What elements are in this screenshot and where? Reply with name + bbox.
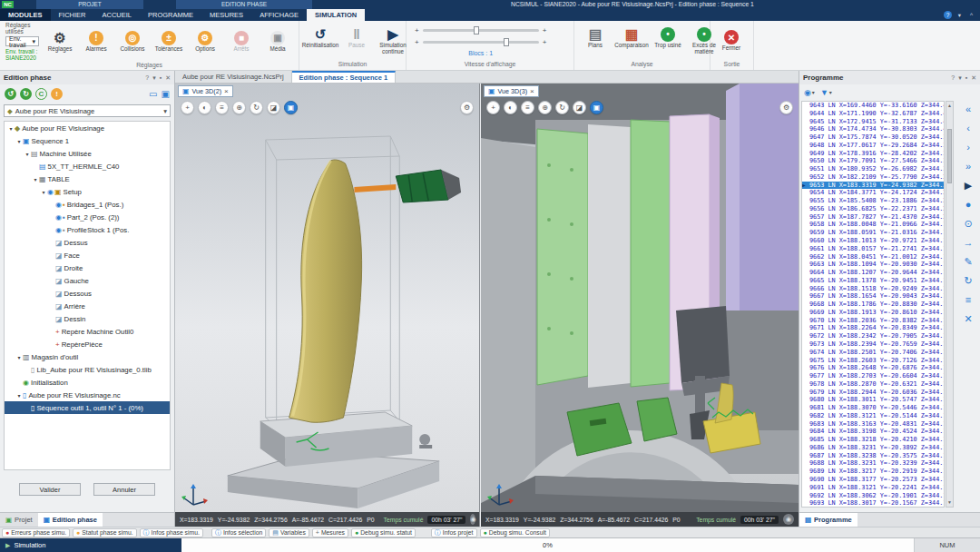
program-line[interactable]: 9643 LN X=169.4460 Y=-33.6160 Z=344.4836… xyxy=(802,102,944,110)
rotate-icon[interactable]: ↻ xyxy=(250,101,263,114)
visibility-eye-icon[interactable]: ◉ xyxy=(55,213,62,222)
tree-item[interactable]: +RepèrePièce xyxy=(5,338,170,350)
search-icon[interactable]: ⊙ xyxy=(964,219,972,229)
reglages-stops-button[interactable]: ■Arrêts xyxy=(223,31,260,53)
tree-item[interactable]: ▤5X_TT_HERMLE_C40 xyxy=(5,160,170,172)
program-line[interactable]: 9677 LN X=188.2703 Y=-20.6604 Z=344.1763… xyxy=(802,372,944,380)
ribbon-tab-modules[interactable]: MODULES xyxy=(0,9,51,21)
program-line[interactable]: 9689 LN X=188.3217 Y=-20.2919 Z=344.1967… xyxy=(802,468,944,476)
view-3d-3[interactable]: ▣ Vue 3D(3) × +◐≡⊕↻◪▣ ⚙ X=183.3319Y=-24.… xyxy=(481,84,799,527)
panel-help-icon[interactable]: ? xyxy=(145,74,149,82)
tree-item[interactable]: ▾▦TABLE xyxy=(5,172,170,185)
sortie-close-red-button[interactable]: ✕Fermer xyxy=(713,30,750,52)
visibility-eye-icon[interactable]: ◉ xyxy=(55,201,62,209)
validate-button[interactable]: Valider xyxy=(19,483,81,496)
go-prev-icon[interactable]: ‹ xyxy=(966,123,970,133)
program-line[interactable]: 9662 LN X=188.0451 Y=-21.0012 Z=344.1907… xyxy=(802,253,944,261)
copy-icon[interactable]: C xyxy=(35,88,47,100)
tree-item[interactable]: ◪Droite xyxy=(5,261,170,274)
program-line[interactable]: 9660 LN X=188.1013 Y=-20.9721 Z=344.1934… xyxy=(802,237,944,245)
tree-item[interactable]: ◪Dessus xyxy=(5,236,170,249)
tree-item[interactable]: ▾◉▣Setup xyxy=(5,185,170,198)
panel-menu-icon[interactable]: ▾ xyxy=(958,74,962,82)
snapshot-camera-icon[interactable]: ◉ xyxy=(783,514,794,525)
doc-tab-edition-phase[interactable]: Edition phase : Sequence 1 xyxy=(292,71,397,83)
tree-item[interactable]: ◉▪Bridages_1 (Pos.) xyxy=(5,198,170,211)
program-line[interactable]: 9667 LN X=188.1654 Y=-20.9043 Z=344.1786… xyxy=(802,292,944,301)
reglages-media-button[interactable]: ▣Média xyxy=(260,31,296,53)
ribbon-tab-programme[interactable]: PROGRAMME xyxy=(140,9,201,21)
minimize-ribbon-icon[interactable]: ^ xyxy=(967,11,975,19)
blocks-minus-icon[interactable]: + xyxy=(415,38,419,46)
screen-layout-icon[interactable]: ▣ xyxy=(162,89,170,99)
program-line[interactable]: 9658 LN X=188.0048 Y=-21.0966 Z=344.1975… xyxy=(802,221,944,229)
simulation-pause-button[interactable]: ‖Pause xyxy=(338,27,375,54)
program-line[interactable]: 9676 LN X=188.2648 Y=-20.6876 Z=344.1647… xyxy=(802,364,944,372)
program-line[interactable]: 9666 LN X=188.1518 Y=-20.9249 Z=344.1807… xyxy=(802,285,944,293)
go-first-icon[interactable]: « xyxy=(965,104,971,114)
context-tab-projet[interactable]: PROJET xyxy=(36,0,143,9)
analyse-overcut-button[interactable]: •Trop usiné xyxy=(650,27,686,54)
pan-icon[interactable]: + xyxy=(181,101,194,114)
program-line[interactable]: 9671 LN X=188.2264 Y=-20.8349 Z=344.1406… xyxy=(802,324,944,332)
reglages-gears-button[interactable]: ⚙Réglages xyxy=(42,31,78,53)
visibility-icon[interactable]: ◉▾ xyxy=(804,88,815,97)
scrollbar-thumb[interactable] xyxy=(947,129,952,183)
visibility-eye-icon[interactable]: ◉ xyxy=(47,188,54,196)
tree-item[interactable]: ▾▤Machine Utilisée xyxy=(5,147,170,160)
speed-slider-thumb[interactable] xyxy=(474,26,479,34)
goto-icon[interactable]: → xyxy=(964,238,974,248)
tree-item[interactable]: ◪Dessous xyxy=(5,287,170,300)
layers-icon[interactable]: ≡ xyxy=(215,101,229,114)
panel-close-icon[interactable]: ✕ xyxy=(165,74,171,82)
program-line[interactable]: 9687 LN X=188.3238 Y=-20.3575 Z=344.1976… xyxy=(802,452,944,460)
close-icon[interactable]: × xyxy=(224,87,229,95)
list-icon[interactable]: ≡ xyxy=(965,295,971,305)
visibility-eye-icon[interactable]: ◉ xyxy=(55,226,62,234)
refresh-icon[interactable]: ↺ xyxy=(5,88,16,100)
shading-icon[interactable]: ◐ xyxy=(504,101,517,114)
program-line[interactable]: 9647 LN X=175.7874 Y=-30.0520 Z=344.3837… xyxy=(802,133,944,142)
program-line-current[interactable]: 9653 LN X=183.3319 Y=-24.9382 Z=344.2756… xyxy=(802,182,944,190)
snapshot-camera-icon[interactable]: ◉ xyxy=(470,514,475,525)
panel-button-debug-simu-statut[interactable]: ●Debug simu. statut xyxy=(351,528,416,537)
expander-icon[interactable]: ▾ xyxy=(15,392,23,399)
tree-item[interactable]: ▯Séquence outil 1, outil N° 1 - (0%) xyxy=(5,401,170,414)
scroll-up-icon[interactable]: ▲ xyxy=(946,102,953,110)
panel-button-infos-s-lection[interactable]: ⓘInfos sélection xyxy=(211,528,266,537)
panel-button-infos-projet[interactable]: ⓘInfos projet xyxy=(431,528,477,537)
phase-combo[interactable]: ◆ Aube pour RE Visiusinage ▾ xyxy=(4,104,171,117)
sync-icon[interactable]: ↻ xyxy=(964,276,972,286)
rotate-icon[interactable]: ↻ xyxy=(555,101,569,114)
program-line[interactable]: 9661 LN X=188.0157 Y=-21.2741 Z=344.1969… xyxy=(802,245,944,253)
view-tab[interactable]: ▣ Vue 3D(3) × xyxy=(484,85,539,97)
section-icon[interactable]: ◪ xyxy=(573,101,586,114)
program-line[interactable]: 9646 LN X=174.4734 Y=-30.8303 Z=344.4062… xyxy=(802,125,944,133)
program-line[interactable]: 9664 LN X=188.1207 Y=-20.9644 Z=344.1852… xyxy=(802,269,944,277)
cancel-button[interactable]: Annuler xyxy=(93,483,155,496)
program-line[interactable]: 9655 LN X=185.5408 Y=-23.1886 Z=344.2406… xyxy=(802,197,944,205)
tool-view-icon[interactable]: ▣ xyxy=(590,101,603,114)
expander-icon[interactable]: ▾ xyxy=(7,125,15,132)
close-icon[interactable]: × xyxy=(530,87,534,95)
expander-icon[interactable]: ▾ xyxy=(24,151,31,157)
program-line[interactable]: 9656 LN X=186.6825 Y=-22.2371 Z=344.2216… xyxy=(802,205,944,213)
program-line[interactable]: 9644 LN X=171.1990 Y=-32.6787 Z=344.4580… xyxy=(802,110,944,118)
panel-pin-icon[interactable]: ▪ xyxy=(160,74,162,82)
go-last-icon[interactable]: » xyxy=(965,162,971,172)
help-icon[interactable]: ? xyxy=(944,11,952,19)
analyse-comparison-button[interactable]: ▦Comparaison xyxy=(613,27,650,54)
shading-icon[interactable]: ◐ xyxy=(198,101,211,114)
reglages-tolerances-button[interactable]: ±Tolérances xyxy=(151,31,187,53)
context-tab-edition-phase[interactable]: EDITION PHASE xyxy=(176,0,312,9)
tree-item[interactable]: ◪Arrière xyxy=(5,300,170,312)
panel-pin-icon[interactable]: ▪ xyxy=(965,74,967,82)
program-line[interactable]: 9674 LN X=188.2501 Y=-20.7406 Z=344.1348… xyxy=(802,349,944,357)
go-next-icon[interactable]: › xyxy=(966,143,970,153)
display-mode-icon[interactable]: ▭ xyxy=(149,89,157,99)
program-line[interactable]: 9663 LN X=188.1094 Y=-20.9030 Z=344.1881… xyxy=(802,261,944,269)
program-line[interactable]: 9678 LN X=188.2870 Y=-20.6321 Z=344.1910… xyxy=(802,380,944,389)
program-listing[interactable]: 9643 LN X=169.4460 Y=-33.6160 Z=344.4836… xyxy=(801,101,945,508)
panel-close-icon[interactable]: ✕ xyxy=(971,74,976,82)
zoom-icon[interactable]: ⊕ xyxy=(538,101,552,114)
